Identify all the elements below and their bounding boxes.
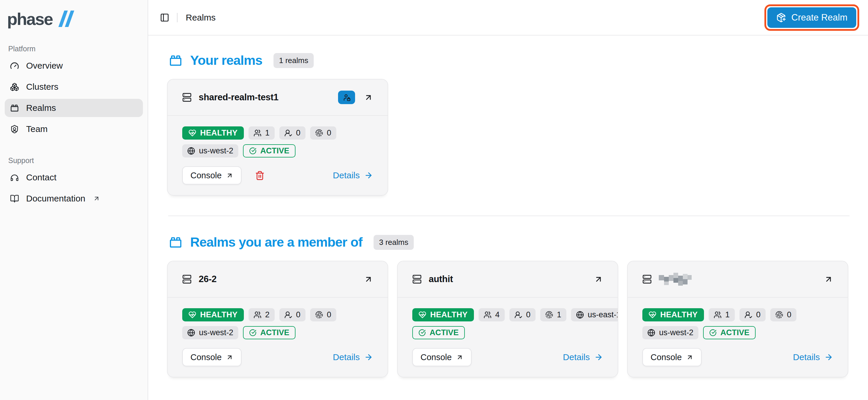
health-badge: HEALTHY (412, 308, 474, 322)
create-realm-button[interactable]: Create Realm (767, 7, 856, 28)
realm-card-header (628, 261, 848, 298)
user-check-count-badge: 0 (740, 308, 766, 322)
app-window: phase Platform Overview Clusters Realms … (0, 0, 868, 400)
globe-icon (187, 147, 195, 155)
gauge-icon (10, 61, 19, 70)
sidebar-item-label: Team (26, 124, 48, 134)
arrow-up-right-icon (364, 275, 373, 284)
status-badge: ACTIVE (243, 144, 296, 158)
delete-realm-button[interactable] (255, 171, 265, 180)
arrow-up-right-icon (686, 354, 693, 361)
details-link[interactable]: Details (333, 352, 373, 362)
annotation-highlight: Create Realm (765, 4, 859, 31)
fingerprint-count-badge: 1 (540, 308, 566, 322)
panel-left-icon (160, 13, 169, 22)
realm-name: authit (429, 274, 453, 285)
fingerprint-icon (775, 311, 783, 319)
users-icon (714, 311, 721, 319)
arrow-up-right-icon (226, 172, 233, 179)
arrow-up-right-icon (594, 275, 603, 284)
shared-realm-badge[interactable] (338, 91, 355, 104)
sidebar-item-label: Contact (26, 172, 56, 182)
heart-pulse-icon (418, 311, 426, 319)
sidebar-section-platform: Platform (8, 44, 148, 53)
shield-user-icon (10, 125, 19, 134)
section-divider (168, 215, 849, 216)
server-icon (182, 274, 192, 284)
sidebar: phase Platform Overview Clusters Realms … (0, 0, 148, 400)
redacted-realm-name (659, 272, 694, 287)
server-icon (642, 274, 652, 284)
realm-card-authit: authit HEALTHY (397, 261, 618, 377)
arrow-right-icon (824, 353, 833, 362)
user-check-icon (744, 311, 752, 319)
console-button[interactable]: Console (182, 166, 242, 185)
realm-name: shared-realm-test1 (199, 92, 278, 103)
sidebar-item-label: Realms (26, 103, 56, 113)
globe-icon (187, 329, 195, 337)
phase-logo[interactable]: phase (0, 0, 148, 32)
open-realm-button[interactable] (364, 275, 373, 284)
arrow-right-icon (594, 353, 603, 362)
sidebar-item-contact[interactable]: Contact (5, 168, 143, 187)
breadcrumb: Realms (186, 12, 216, 23)
sidebar-item-overview[interactable]: Overview (5, 57, 143, 75)
circle-check-icon (249, 147, 256, 155)
realm-card-redacted: HEALTHY 1 0 (627, 261, 848, 377)
realm-card-body: HEALTHY 1 0 (628, 298, 848, 377)
circle-check-icon (249, 329, 256, 336)
heart-pulse-icon (188, 311, 196, 319)
user-check-count-badge: 0 (279, 308, 306, 322)
toy-brick-icon (10, 103, 19, 112)
trash-icon (255, 171, 265, 180)
details-link[interactable]: Details (563, 352, 603, 362)
region-badge: us-west-2 (182, 326, 238, 339)
circle-check-icon (709, 329, 717, 336)
open-realm-button[interactable] (824, 275, 833, 284)
external-link-arrow-icon (93, 195, 100, 202)
arrow-up-right-icon (364, 93, 373, 102)
details-link[interactable]: Details (333, 170, 373, 180)
realm-card-header: shared-realm-test1 (167, 79, 388, 116)
logo-wordmark: phase (7, 9, 53, 29)
console-button[interactable]: Console (182, 348, 242, 366)
realm-card-26-2: 26-2 HEALTHY (167, 261, 388, 377)
users-count-badge: 4 (478, 308, 505, 322)
book-open-icon (10, 194, 19, 203)
realm-name: 26-2 (199, 274, 217, 285)
status-badge: ACTIVE (703, 326, 755, 339)
sidebar-item-label: Clusters (26, 82, 58, 92)
arrow-up-right-icon (226, 354, 233, 361)
user-check-count-badge: 0 (509, 308, 535, 322)
content: Your realms 1 realms shared-realm-test1 (148, 35, 868, 386)
users-icon (253, 311, 261, 319)
globe-icon (576, 311, 584, 319)
arrow-right-icon (364, 171, 373, 180)
health-badge: HEALTHY (642, 308, 704, 322)
fingerprint-count-badge: 0 (310, 308, 336, 322)
sidebar-item-realms[interactable]: Realms (5, 99, 143, 117)
user-lock-icon (343, 94, 351, 101)
fingerprint-icon (315, 311, 323, 319)
section-title: Your realms (190, 53, 262, 68)
sidebar-item-clusters[interactable]: Clusters (5, 78, 143, 96)
sidebar-item-team[interactable]: Team (5, 120, 143, 138)
realm-card-body: HEALTHY 4 0 (398, 298, 618, 377)
open-realm-button[interactable] (364, 93, 373, 102)
console-button[interactable]: Console (642, 348, 702, 366)
fingerprint-count-badge: 0 (310, 126, 336, 140)
toy-brick-icon (169, 235, 183, 249)
sidebar-toggle-button[interactable] (160, 13, 169, 22)
region-badge: us-east-1 (571, 308, 618, 322)
arrow-up-right-icon (824, 275, 833, 284)
realm-card-shared-realm-test1: shared-realm-test1 HEALTH (167, 79, 388, 196)
console-button[interactable]: Console (412, 348, 471, 366)
sidebar-item-documentation[interactable]: Documentation (5, 190, 143, 208)
top-bar: Realms Create Realm (148, 0, 868, 35)
open-realm-button[interactable] (594, 275, 603, 284)
details-link[interactable]: Details (793, 352, 833, 362)
boxes-icon (10, 82, 19, 92)
region-badge: us-west-2 (642, 326, 699, 339)
realm-card-header: 26-2 (167, 261, 388, 298)
circle-check-icon (418, 329, 426, 336)
